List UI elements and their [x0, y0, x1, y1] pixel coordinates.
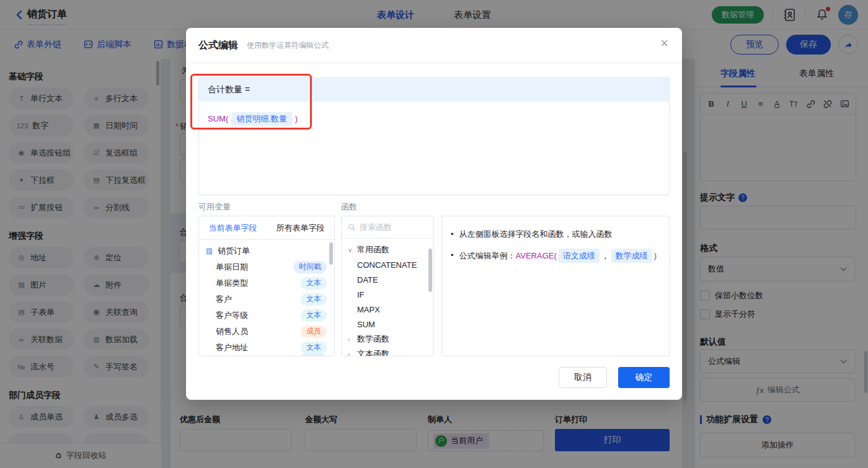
- functions-label: 函数: [341, 201, 357, 213]
- paren-token: ): [654, 251, 657, 260]
- modal-footer: 取消 确定: [559, 367, 670, 388]
- app-window: 销货订单 表单设计 表单设置 数据管理 存 表单外链 后端脚本: [0, 0, 868, 468]
- chevron-right-icon: ›: [348, 351, 354, 357]
- variables-list: 销货订单 单据日期时间戳单据类型文本客户文本客户等级文本销售人员成员客户地址文本: [199, 240, 334, 356]
- field-type-badge: 成员: [301, 325, 327, 338]
- formula-edit-modal: 公式编辑 使用数学运算符编辑公式 × 合计数量 = SUM(销货明细.数量) 可…: [186, 28, 682, 400]
- function-group[interactable]: ›文本函数: [348, 347, 433, 356]
- function-token: AVERAGE(: [516, 251, 557, 260]
- field-type-badge: 文本: [301, 309, 327, 322]
- function-item[interactable]: DATE: [348, 272, 433, 287]
- variable-row[interactable]: 单据日期时间戳: [199, 259, 334, 275]
- function-tree: ∨常用函数CONCATENATEDATEIFMAPXSUM›数学函数›文本函数: [342, 239, 433, 356]
- variable-name: 客户地址: [216, 342, 248, 353]
- formula-editor[interactable]: 合计数量 = SUM(销货明细.数量): [198, 77, 670, 195]
- formula-target: 合计数量 =: [199, 78, 669, 102]
- function-item[interactable]: SUM: [348, 317, 433, 332]
- function-item[interactable]: IF: [348, 287, 433, 302]
- variable-row[interactable]: 客户文本: [199, 291, 334, 307]
- tab-current-form-fields[interactable]: 当前表单字段: [199, 216, 267, 239]
- field-type-badge: 文本: [301, 277, 327, 289]
- field-chip: 数学成绩: [611, 249, 652, 263]
- variables-label: 可用变量: [198, 201, 231, 213]
- help-line: • 从左侧面板选择字段名和函数，或输入函数: [451, 227, 660, 241]
- chevron-down-icon: ∨: [348, 247, 354, 254]
- form-doc-icon: [205, 247, 213, 255]
- variable-name: 单据类型: [216, 278, 248, 289]
- functions-panel: ∨常用函数CONCATENATEDATEIFMAPXSUM›数学函数›文本函数: [341, 216, 434, 356]
- confirm-button[interactable]: 确定: [618, 367, 670, 388]
- variable-name: 客户等级: [216, 310, 248, 321]
- function-search-input[interactable]: [360, 223, 422, 232]
- variables-root[interactable]: 销货订单: [199, 243, 334, 259]
- function-token: SUM(: [208, 114, 228, 123]
- help-example-line: • 公式编辑举例：AVERAGE(语文成绩，数学成绩): [451, 249, 660, 263]
- cancel-button[interactable]: 取消: [559, 367, 607, 388]
- variable-row[interactable]: 销售人员成员: [199, 324, 334, 340]
- clipped-badge: [299, 353, 327, 356]
- field-type-badge: 文本: [301, 342, 327, 354]
- function-item[interactable]: MAPX: [348, 302, 433, 317]
- function-group-name: 文本函数: [357, 348, 389, 356]
- modal-subtitle: 使用数学运算符编辑公式: [247, 40, 329, 51]
- functions-scrollbar[interactable]: [428, 249, 432, 292]
- variable-row[interactable]: 客户等级文本: [199, 307, 334, 324]
- function-group[interactable]: ∨常用函数: [348, 242, 433, 257]
- formula-expression[interactable]: SUM(销货明细.数量): [199, 102, 669, 136]
- field-type-badge: 文本: [301, 293, 327, 306]
- variable-name: 客户: [216, 294, 232, 305]
- close-icon[interactable]: ×: [660, 37, 668, 50]
- function-search[interactable]: [342, 216, 433, 239]
- function-group-name: 常用函数: [357, 244, 389, 255]
- variable-row[interactable]: 单据类型文本: [199, 275, 334, 291]
- function-group[interactable]: ›数学函数: [348, 332, 433, 347]
- modal-header: 公式编辑 使用数学运算符编辑公式 ×: [186, 28, 682, 63]
- field-type-badge: 时间戳: [293, 261, 327, 273]
- search-icon: [348, 223, 356, 231]
- field-chip[interactable]: 销货明细.数量: [231, 112, 292, 126]
- variables-tabs: 当前表单字段 所有表单字段: [199, 216, 334, 240]
- modal-title: 公式编辑: [198, 39, 238, 52]
- variables-scrollbar[interactable]: [329, 242, 333, 265]
- paren-token: ): [295, 114, 298, 123]
- function-item[interactable]: CONCATENATE: [348, 257, 433, 272]
- variable-name: 单据日期: [216, 262, 248, 273]
- formula-help-panel: • 从左侧面板选择字段名和函数，或输入函数 • 公式编辑举例：AVERAGE(语…: [441, 216, 670, 356]
- field-chip: 语文成绩: [559, 249, 600, 263]
- chevron-right-icon: ›: [348, 336, 354, 343]
- tab-all-form-fields[interactable]: 所有表单字段: [267, 216, 334, 239]
- variable-name: 销售人员: [216, 326, 248, 337]
- function-group-name: 数学函数: [357, 333, 389, 345]
- variables-panel: 当前表单字段 所有表单字段 销货订单 单据日期时间戳单据类型文本客户文本客户等级…: [198, 216, 335, 356]
